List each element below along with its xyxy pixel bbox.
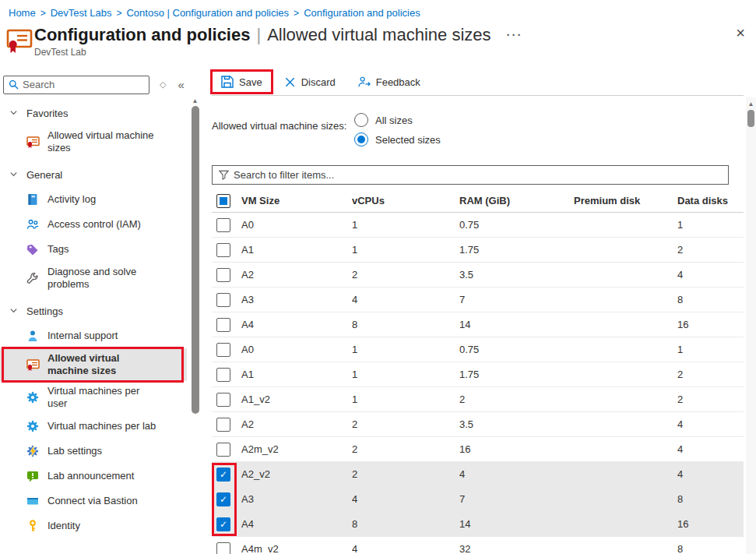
table-row[interactable]: A481416 [212,312,744,337]
table-row[interactable]: A1_v2122 [212,387,744,412]
key-icon [26,520,40,532]
people-icon [26,218,40,231]
breadcrumb-home[interactable]: Home [9,7,36,19]
ram-cell: 1.75 [459,244,574,256]
sidebar-item-label: Virtual machines per lab [47,420,156,432]
discard-button[interactable]: Discard [275,72,345,93]
column-header-ram[interactable]: RAM (GiB) [459,195,574,206]
table-row[interactable]: A111.752 [212,238,744,263]
sidebar-nav: Favorites Allowed virtual machine sizes [0,101,187,538]
sidebar-item-tags[interactable]: Tags [0,237,187,262]
breadcrumb-devtest-labs[interactable]: DevTest Labs [51,7,112,19]
data-disks-cell: 8 [677,294,744,305]
sidebar-scrollbar[interactable]: ▲ [190,97,200,554]
select-all-checkbox[interactable] [216,194,230,208]
feedback-button[interactable]: Feedback [348,71,430,93]
column-header-vm-size[interactable]: VM Size [241,195,352,206]
table-row[interactable]: A010.751 [212,337,744,362]
row-checkbox[interactable] [216,443,230,457]
page-title-secondary: Allowed virtual machine sizes [267,25,491,45]
row-checkbox[interactable] [216,218,230,232]
table-row[interactable]: A010.751 [212,213,744,238]
radio-selected-sizes[interactable]: Selected sizes [354,132,441,146]
column-header-vcpus[interactable]: vCPUs [352,195,459,206]
sidebar-search-box [3,76,149,94]
table-row[interactable]: A111.752 [212,362,744,387]
sidebar-item-connect-via-bastion[interactable]: Connect via Bastion [0,489,187,513]
sidebar-item-label: Lab settings [47,445,102,457]
sidebar-section-favorites[interactable]: Favorites [0,101,187,125]
sidebar-item-allowed-vm-sizes-selected[interactable]: Allowed virtual machine sizes [0,348,187,381]
more-options-icon[interactable]: ··· [507,25,523,45]
row-checkbox[interactable] [216,343,230,357]
table-row[interactable]: A2m_v22164 [212,437,744,462]
row-checkbox[interactable]: ✓ [216,492,230,506]
sidebar-section-settings[interactable]: Settings [0,299,187,323]
sidebar-item-access-control[interactable]: Access control (IAM) [0,212,187,237]
column-header-data-disks[interactable]: Data disks [677,195,744,206]
row-checkbox[interactable] [216,243,230,257]
breadcrumb-separator: > [294,8,299,19]
page-title: Configuration and policies | Allowed vir… [34,25,523,45]
azure-portal-page: Home>DevTest Labs>Contoso | Configuratio… [0,0,756,554]
collapse-sidebar-icon[interactable]: « [178,78,184,91]
sidebar-scrollbar-thumb[interactable] [192,106,199,414]
vcpus-cell: 1 [352,344,459,355]
main-scrollbar[interactable]: ▲ [746,97,756,554]
vcpus-cell: 2 [352,269,459,281]
row-checkbox[interactable] [216,542,230,554]
gear-icon [26,420,40,432]
sidebar-item-internal-support[interactable]: Internal support [0,323,187,348]
sidebar-section-general[interactable]: General [0,163,187,187]
vm-size-cell: A0 [241,344,352,355]
row-checkbox[interactable] [216,293,230,307]
close-icon[interactable]: × [736,25,745,41]
breadcrumb-config-policies[interactable]: Configuration and policies [304,7,420,19]
filter-input[interactable] [234,169,728,181]
sidebar-item-activity-log[interactable]: Activity log [0,187,187,212]
table-row[interactable]: A223.54 [212,412,744,437]
scroll-up-arrow-icon[interactable]: ▲ [190,97,200,105]
data-disks-cell: 1 [677,219,744,231]
sidebar-item-label: Tags [47,243,69,256]
vm-size-cell: A4 [241,518,352,530]
breadcrumb-contoso[interactable]: Contoso | Configuration and policies [126,7,289,19]
sidebar-item-diagnose[interactable]: Diagnose and solve problems [0,262,187,295]
vcpus-cell: 8 [352,518,459,530]
row-checkbox[interactable]: ✓ [216,468,230,482]
data-disks-cell: 4 [677,468,744,480]
scroll-up-arrow-icon[interactable]: ▲ [746,101,756,108]
radio-all-sizes[interactable]: All sizes [354,113,441,127]
radio-selected-icon [354,132,368,146]
sidebar-item-vms-per-user[interactable]: Virtual machines per user [0,381,187,414]
row-checkbox[interactable] [216,268,230,282]
sidebar-item-lab-settings[interactable]: Lab settings [0,439,187,464]
vm-size-cell: A2 [241,269,352,281]
sidebar-item-allowed-vm-sizes-favorite[interactable]: Allowed virtual machine sizes [0,125,187,158]
vm-size-cell: A1 [241,244,352,256]
gear-icon [26,391,40,404]
data-disks-cell: 16 [677,518,744,530]
table-row[interactable]: ✓A3478 [212,487,744,512]
row-checkbox[interactable] [216,393,230,407]
row-checkbox[interactable] [216,368,230,382]
table-row[interactable]: A3478 [212,288,744,312]
save-button[interactable]: Save [212,71,272,93]
column-header-premium-disk[interactable]: Premium disk [574,195,677,206]
row-checkbox[interactable] [216,418,230,432]
main-scrollbar-thumb[interactable] [747,110,754,127]
vm-size-cell: A2_v2 [241,468,352,480]
table-row[interactable]: A223.54 [212,263,744,288]
table-row[interactable]: ✓A2_v2244 [212,462,744,487]
table-row[interactable]: ✓A481416 [212,512,744,537]
sidebar-item-lab-announcement[interactable]: Lab announcement [0,464,187,489]
pin-icon[interactable]: ◇ [160,79,166,90]
table-row[interactable]: A4m_v24328 [212,537,744,554]
row-checkbox[interactable] [216,318,230,332]
row-checkbox[interactable]: ✓ [216,517,230,531]
certificate-icon [26,136,40,149]
sidebar-search-input[interactable] [23,79,139,90]
sidebar-item-vms-per-lab[interactable]: Virtual machines per lab [0,414,187,439]
sidebar-item-identity[interactable]: Identity [0,513,187,538]
activity-log-icon [26,193,40,206]
